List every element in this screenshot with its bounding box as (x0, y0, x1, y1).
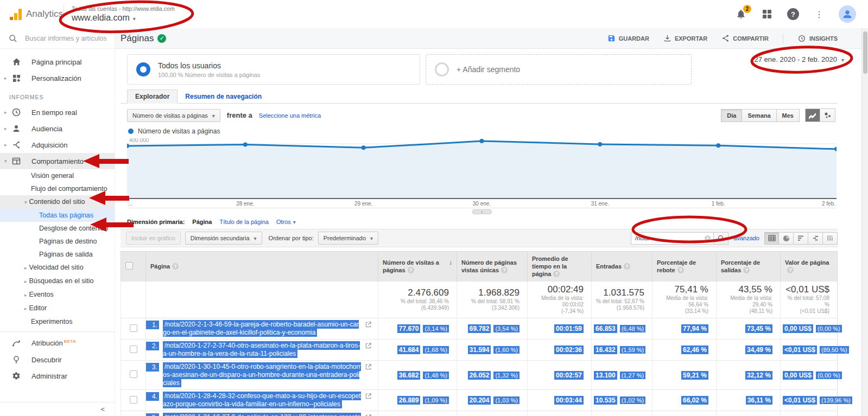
search-button[interactable] (713, 232, 728, 245)
open-page-external-icon[interactable] (365, 322, 371, 329)
sidebar-search[interactable] (0, 28, 115, 49)
secondary-dimension-dropdown[interactable]: Dimensión secundaria (185, 232, 262, 245)
page-link[interactable]: /nota/2020-1-27-2-37-40-otro-asesinato-e… (163, 341, 360, 358)
tab-resumen-navegacion[interactable]: Resumen de navegación (178, 90, 269, 103)
sidebar-item-personalization[interactable]: Personalización (0, 70, 115, 86)
help-icon[interactable]: ? (787, 267, 794, 273)
data-view-button[interactable] (764, 232, 779, 245)
sidebar-item-eventos[interactable]: Eventos (0, 288, 115, 302)
row-checkbox[interactable] (130, 396, 137, 404)
help-icon[interactable]: ? (624, 263, 630, 270)
user-avatar[interactable] (839, 5, 856, 23)
dimension-titulo-pagina[interactable]: Título de la página (219, 219, 269, 225)
page-link[interactable]: /nota/2020-2-1-3-46-59-la-pareja-de-robe… (163, 320, 359, 337)
chevron-right-icon (4, 75, 10, 81)
open-page-external-icon[interactable] (365, 343, 371, 350)
analytics-logo[interactable]: Analytics (0, 0, 64, 28)
page-link[interactable]: /nota/2020-1-28-4-28-32-confeso-que-mato… (163, 392, 361, 408)
column-header-vistas-unicas[interactable]: Número de páginas vistas únicas? (457, 252, 528, 281)
granularity-month-button[interactable]: Mes (777, 109, 800, 122)
column-header-tiempo[interactable]: Promedio de tiempo en la página? (528, 252, 592, 281)
open-page-external-icon[interactable] (365, 393, 371, 401)
granularity-day-button[interactable]: Dia (721, 109, 742, 122)
column-header-entradas[interactable]: Entradas? (592, 252, 652, 281)
help-icon[interactable]: ? (677, 267, 684, 273)
sidebar-item-administrar[interactable]: Administrar (0, 368, 115, 384)
page-link[interactable]: /nota/2020-1-31-10-27-0-de-pelicula-en-1… (163, 413, 361, 416)
sidebar-item-audience[interactable]: Audiencia (0, 120, 115, 137)
sort-type-dropdown[interactable]: Predeterminado (318, 232, 378, 245)
sidebar-item-contenido-sitio[interactable]: Contenido del sitio (0, 195, 115, 209)
select-all-checkbox[interactable] (125, 262, 133, 270)
sidebar-item-vision-general[interactable]: Visión general (0, 169, 115, 182)
sidebar-item-paginas-salida[interactable]: Páginas de salida (0, 248, 115, 261)
chart-scroll-handle[interactable] (472, 209, 492, 214)
dimension-otros[interactable]: Otros (276, 219, 296, 225)
apps-grid-icon[interactable] (761, 8, 774, 21)
search-input[interactable] (25, 35, 106, 42)
add-segment-button[interactable]: + Añadir segmento (426, 54, 692, 85)
more-options-icon[interactable]: ⋮ (813, 8, 826, 21)
help-icon[interactable]: ? (501, 267, 508, 273)
clear-search-icon[interactable]: ✕ (705, 235, 711, 241)
scrollbar-thumb[interactable] (863, 31, 867, 74)
row-checkbox[interactable] (130, 370, 137, 378)
dimension-pagina[interactable]: Página (192, 219, 212, 225)
sidebar-item-velocidad-sitio[interactable]: Velocidad del sitio (0, 261, 115, 274)
insights-button[interactable]: INSIGHTS (797, 34, 838, 43)
sidebar-item-desglose-contenido[interactable]: Desglose de contenido (0, 222, 115, 235)
account-selector[interactable]: www.eldia.com (72, 13, 175, 23)
sidebar-item-paginas-destino[interactable]: Páginas de destino (0, 235, 115, 248)
column-header-salidas[interactable]: Porcentaje de salidas? (717, 252, 781, 281)
column-header-pagina[interactable]: Página? (146, 252, 378, 281)
help-icon[interactable]: ? (553, 271, 560, 277)
include-in-chart-button[interactable]: Incluir en gráfico (126, 232, 181, 245)
sidebar-item-experimentos[interactable]: Experimentos (0, 315, 115, 328)
pivot-view-button[interactable] (823, 232, 838, 245)
table-search-input[interactable] (631, 232, 713, 245)
sidebar-item-flujo-comportamiento[interactable]: Flujo del comportamiento (0, 182, 115, 195)
help-icon[interactable]: ? (172, 263, 179, 270)
granularity-week-button[interactable]: Semana (742, 109, 776, 122)
comparison-view-button[interactable] (808, 232, 823, 245)
select-metric-link[interactable]: Seleccione una métrica (259, 112, 321, 119)
open-page-external-icon[interactable] (365, 364, 371, 372)
segment-all-users[interactable]: Todos los usuarios 100,00 % Número de vi… (127, 54, 420, 85)
help-icon[interactable]: ? (787, 8, 800, 21)
percentage-view-button[interactable] (779, 232, 794, 245)
sidebar-item-home[interactable]: Página principal (0, 54, 115, 70)
column-header-visitas[interactable]: Número de visitas a páginas? (378, 252, 457, 281)
export-button[interactable]: EXPORTAR (663, 34, 707, 42)
breadcrumb-all-accounts[interactable]: Todas las cuentas (72, 5, 117, 12)
sidebar-item-descubrir[interactable]: Descubrir (0, 351, 115, 368)
performance-view-button[interactable] (794, 232, 808, 245)
line-chart-toggle[interactable] (805, 108, 820, 122)
metric-dropdown[interactable]: Número de visitas a páginas (127, 109, 220, 122)
breadcrumb-property[interactable]: http://www.eldia.com (122, 5, 174, 12)
notifications-bell-icon[interactable]: 2 (734, 8, 747, 21)
help-icon[interactable]: ? (408, 267, 414, 273)
column-header-valor[interactable]: Valor de página? (781, 252, 838, 281)
vertical-scrollbar[interactable] (861, 28, 868, 416)
column-header-rebote[interactable]: Porcentaje de rebote? (652, 252, 717, 281)
sidebar-item-atribucion[interactable]: AtribuciónBETA (0, 335, 115, 351)
tab-explorador[interactable]: Explorador (127, 89, 178, 104)
sidebar-item-acquisition[interactable]: Adquisición (0, 137, 115, 153)
sidebar-collapse[interactable] (0, 402, 115, 416)
chart-x-axis: ...28 ene.29 ene.30 ene.31 ene.1 feb.2 f… (127, 199, 837, 208)
sidebar-item-behavior[interactable]: Comportamiento (0, 153, 115, 169)
page-link[interactable]: /nota/2020-1-30-10-45-0-otro-robo-sangri… (163, 362, 361, 387)
row-checkbox[interactable] (130, 345, 137, 353)
advanced-search-link[interactable]: avanzado (733, 235, 759, 241)
search-icon (9, 34, 17, 43)
save-button[interactable]: GUARDAR (607, 34, 649, 42)
scatter-chart-toggle[interactable] (820, 108, 835, 122)
sidebar-item-todas-las-paginas[interactable]: Todas las páginas (0, 209, 115, 222)
help-icon[interactable]: ? (743, 267, 750, 273)
sidebar-item-editor[interactable]: Editor (0, 302, 115, 315)
sidebar-item-busquedas-sitio[interactable]: Búsquedas en el sitio (0, 274, 115, 288)
date-range-selector[interactable]: 27 ene. 2020 - 2 feb. 2020 (754, 55, 844, 63)
sidebar-item-realtime[interactable]: En tiempo real (0, 104, 115, 120)
share-button[interactable]: COMPARTIR (721, 34, 769, 42)
row-checkbox[interactable] (130, 324, 137, 332)
